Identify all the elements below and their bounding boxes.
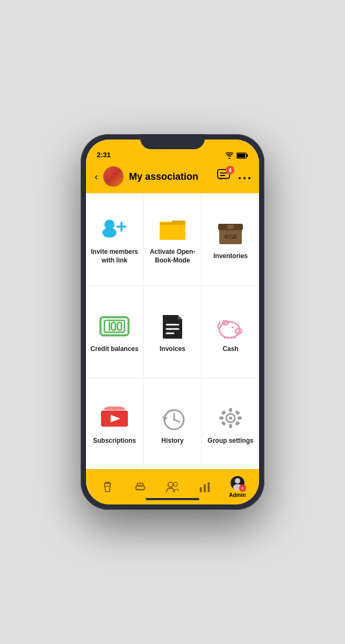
notification-badge: 4 xyxy=(226,166,234,174)
status-time: 2:31 xyxy=(97,151,111,159)
history-icon xyxy=(156,405,189,431)
more-button[interactable] xyxy=(239,171,250,182)
invoices-label: Invoices xyxy=(160,345,185,354)
svg-rect-53 xyxy=(221,410,226,415)
grid-item-subscriptions[interactable]: Subscriptions xyxy=(86,378,143,469)
cash-label: Cash xyxy=(222,345,238,354)
nav-item-admin[interactable]: e Admin xyxy=(221,475,254,498)
avatar[interactable] xyxy=(103,166,124,187)
back-button[interactable]: ‹ xyxy=(95,171,98,182)
nav-item-members[interactable] xyxy=(156,481,189,493)
members-nav-icon xyxy=(166,481,179,493)
svg-rect-15 xyxy=(227,225,234,229)
grid-item-inventories[interactable]: Inventories xyxy=(202,193,259,286)
drinks-icon xyxy=(102,481,113,493)
svg-point-10 xyxy=(104,220,114,230)
phone-notch xyxy=(140,134,205,149)
svg-rect-56 xyxy=(235,421,240,426)
grid-item-group-settings[interactable]: Group settings xyxy=(202,378,259,469)
more-icon xyxy=(239,177,250,180)
openbook-icon xyxy=(156,216,189,243)
status-icons xyxy=(225,152,248,159)
grid-item-history[interactable]: History xyxy=(144,378,201,469)
grid-item-credit-balances[interactable]: Credit balances xyxy=(86,287,143,377)
cash-icon xyxy=(214,313,247,340)
history-label: History xyxy=(161,437,183,445)
open-book-label: Activate Open-Book-Mode xyxy=(148,248,197,265)
svg-rect-67 xyxy=(200,487,202,492)
svg-rect-50 xyxy=(229,424,232,428)
svg-rect-49 xyxy=(229,408,232,412)
wifi-icon xyxy=(225,152,234,159)
battery-icon xyxy=(236,152,248,159)
svg-point-32 xyxy=(232,326,234,328)
subscriptions-label: Subscriptions xyxy=(93,437,136,445)
svg-rect-1 xyxy=(247,154,248,157)
svg-rect-54 xyxy=(235,410,240,415)
nav-item-food[interactable] xyxy=(124,481,156,493)
svg-rect-23 xyxy=(118,322,121,330)
svg-rect-69 xyxy=(208,482,210,492)
admin-nav-label: Admin xyxy=(229,492,246,498)
chat-button[interactable]: 4 xyxy=(217,169,231,184)
food-icon xyxy=(134,481,146,493)
credit-icon xyxy=(98,313,131,340)
svg-point-8 xyxy=(248,177,250,179)
svg-rect-2 xyxy=(237,153,245,158)
svg-rect-52 xyxy=(238,416,242,420)
inventories-label: Inventories xyxy=(213,252,248,261)
invoices-icon xyxy=(156,313,189,340)
svg-rect-16 xyxy=(225,235,236,239)
invite-icon xyxy=(98,216,131,243)
grid-item-open-book[interactable]: Activate Open-Book-Mode xyxy=(144,193,201,286)
svg-marker-43 xyxy=(162,416,168,421)
svg-rect-51 xyxy=(219,416,224,420)
svg-point-7 xyxy=(243,177,246,179)
invite-members-label: Invite members with link xyxy=(90,248,139,265)
group-settings-label: Group settings xyxy=(207,437,253,445)
svg-rect-68 xyxy=(204,484,206,492)
svg-point-30 xyxy=(239,331,240,332)
credit-balances-label: Credit balances xyxy=(90,345,138,354)
grid-item-invite-members[interactable]: Invite members with link xyxy=(86,193,143,286)
svg-point-46 xyxy=(173,419,175,421)
svg-point-65 xyxy=(168,482,173,487)
settings-icon xyxy=(214,405,247,431)
grid-item-cash[interactable]: Cash xyxy=(202,287,259,377)
svg-point-6 xyxy=(239,177,241,179)
svg-rect-40 xyxy=(107,406,121,408)
phone-frame: 2:31 ‹ My association xyxy=(81,134,264,510)
phone-screen: 2:31 ‹ My association xyxy=(86,140,259,504)
nav-item-stats[interactable] xyxy=(189,481,221,493)
svg-point-66 xyxy=(174,482,177,486)
grid-container: Invite members with link Activate Open-B… xyxy=(86,193,259,469)
stats-icon xyxy=(199,481,211,493)
header-actions: 4 xyxy=(217,169,250,184)
svg-point-71 xyxy=(235,478,240,484)
nav-item-drinks[interactable] xyxy=(91,481,124,493)
subscriptions-icon xyxy=(98,405,131,431)
svg-rect-55 xyxy=(221,421,226,426)
svg-point-29 xyxy=(237,331,238,332)
inventory-icon xyxy=(214,220,247,247)
header-title: My association xyxy=(129,171,212,182)
header: ‹ My association 4 xyxy=(86,162,259,193)
svg-point-48 xyxy=(229,416,232,420)
svg-rect-22 xyxy=(111,322,115,330)
home-indicator xyxy=(146,498,199,500)
admin-badge: e xyxy=(239,485,246,492)
grid-item-invoices[interactable]: Invoices xyxy=(144,287,201,377)
